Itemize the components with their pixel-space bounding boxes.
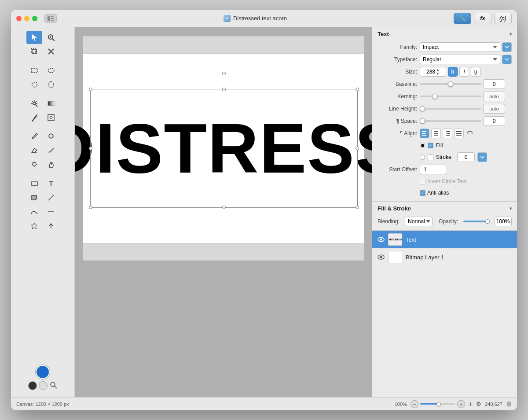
baseline-value[interactable] xyxy=(483,79,505,89)
paintbrush-tool[interactable] xyxy=(26,130,42,143)
zoom-slider-track[interactable] xyxy=(420,403,455,405)
layer-bitmap-name: Bitmap Layer 1 xyxy=(406,254,444,261)
eraser-tool[interactable] xyxy=(26,144,42,157)
fx-panel-btn[interactable]: fx xyxy=(474,13,491,24)
lh-thumb[interactable] xyxy=(420,106,425,111)
straight-line-tool[interactable] xyxy=(43,205,59,218)
zoom-tool[interactable] xyxy=(43,31,59,44)
delete-layer-btn[interactable]: 🗑 xyxy=(506,401,512,407)
lasso-tool[interactable] xyxy=(26,78,42,91)
baseline-slider[interactable] xyxy=(420,83,481,85)
typeface-select-btn[interactable] xyxy=(502,55,512,64)
typeface-select[interactable]: Regular xyxy=(420,55,500,64)
align-right-btn[interactable] xyxy=(443,129,452,138)
opacity-thumb[interactable] xyxy=(485,219,490,224)
rect-shape-tool[interactable] xyxy=(26,177,42,190)
fill-tool[interactable] xyxy=(26,191,42,204)
handle-rotate[interactable] xyxy=(222,72,226,75)
layer-settings-btn[interactable]: ⚙ xyxy=(476,401,481,407)
space-thumb[interactable] xyxy=(420,118,425,124)
handle-tr[interactable] xyxy=(356,88,359,91)
size-up[interactable]: ▲ xyxy=(436,68,440,72)
layer-text[interactable]: DISTRESS Text xyxy=(372,231,517,248)
blending-select[interactable]: Normal xyxy=(405,217,433,226)
burn-tool[interactable] xyxy=(43,158,59,171)
transform-tool[interactable] xyxy=(43,45,59,58)
canvas-main[interactable]: DISTRESS xyxy=(83,54,364,243)
select-tool[interactable] xyxy=(26,31,42,44)
bezier-tool[interactable] xyxy=(26,205,42,218)
stroke-type-btn[interactable] xyxy=(477,152,487,162)
baseline-thumb[interactable] xyxy=(448,81,453,87)
handle-bc[interactable] xyxy=(222,206,226,209)
maximize-button[interactable] xyxy=(32,16,37,21)
start-offset-row: Start Offset: xyxy=(372,163,517,176)
line-tool[interactable] xyxy=(43,191,59,204)
color-zoom-tool[interactable] xyxy=(49,381,57,390)
family-control: Impact xyxy=(420,42,512,52)
canvas-area[interactable]: DISTRESS xyxy=(75,27,372,397)
text-on-path-btn[interactable] xyxy=(466,129,473,138)
polygon-tool[interactable] xyxy=(43,78,59,91)
zoom-slider-thumb[interactable] xyxy=(436,402,441,406)
zoom-in-btn[interactable]: + xyxy=(457,400,465,408)
fill-stroke-header[interactable]: Fill & Stroke ▾ xyxy=(372,202,517,215)
family-select-btn[interactable] xyxy=(502,42,512,52)
italic-btn[interactable]: i xyxy=(459,67,469,77)
rect-select-tool[interactable] xyxy=(26,64,42,77)
opacity-slider[interactable] xyxy=(463,221,490,222)
fill-radio[interactable] xyxy=(420,143,425,148)
minimize-button[interactable] xyxy=(24,16,29,21)
kerning-thumb[interactable] xyxy=(432,94,437,99)
stroke-checkbox[interactable] xyxy=(428,155,433,160)
align-justify-btn[interactable] xyxy=(454,129,464,138)
sidebar-toggle[interactable] xyxy=(44,14,57,23)
text-tool[interactable]: T xyxy=(43,177,59,190)
black-swatch[interactable] xyxy=(28,381,37,390)
start-offset-label: Start Offset: xyxy=(378,166,417,173)
zoom-out-btn[interactable]: − xyxy=(411,400,418,408)
align-left-btn[interactable] xyxy=(420,129,429,138)
clone-tool[interactable] xyxy=(43,130,59,143)
handle-tc[interactable] xyxy=(222,88,226,91)
stroke-value[interactable] xyxy=(457,152,475,162)
layer-bitmap-eye[interactable] xyxy=(378,254,385,261)
layer-text-eye[interactable] xyxy=(378,236,385,243)
magic-wand-tool[interactable] xyxy=(26,97,42,110)
family-select[interactable]: Impact xyxy=(420,42,500,52)
space-value[interactable] xyxy=(483,116,505,126)
line-height-slider[interactable] xyxy=(420,108,481,110)
size-down[interactable]: ▼ xyxy=(436,72,440,76)
align-center-btn[interactable] xyxy=(431,129,441,138)
smudge-tool[interactable] xyxy=(43,144,59,157)
underline-btn[interactable]: u xyxy=(471,67,480,77)
invert-circle-checkbox[interactable] xyxy=(420,179,425,184)
add-layer-btn[interactable]: + xyxy=(469,400,473,408)
handle-tl[interactable] xyxy=(89,88,92,91)
antialias-checkbox[interactable]: ✓ xyxy=(420,190,425,196)
star-tool[interactable] xyxy=(26,219,42,232)
start-offset-input[interactable] xyxy=(420,165,446,174)
p-panel-btn[interactable]: (p) xyxy=(494,13,512,24)
crop-tool[interactable] xyxy=(26,45,42,58)
space-slider[interactable] xyxy=(420,120,481,122)
vector-tool[interactable] xyxy=(43,111,59,124)
tools-panel-btn[interactable]: 🔧 xyxy=(454,13,471,24)
stroke-radio[interactable] xyxy=(420,155,425,160)
white-swatch[interactable] xyxy=(39,381,48,390)
handle-br[interactable] xyxy=(356,206,359,209)
size-stepper[interactable]: 288 ▲ ▼ xyxy=(420,67,446,77)
arrow-tool[interactable] xyxy=(43,219,59,232)
pen-tool[interactable] xyxy=(26,111,42,124)
foreground-color[interactable] xyxy=(36,365,50,379)
fill-checkbox[interactable]: ✓ xyxy=(428,143,433,148)
dodge-tool[interactable] xyxy=(26,158,42,171)
handle-bl[interactable] xyxy=(89,206,92,209)
close-button[interactable] xyxy=(16,16,22,21)
layer-bitmap[interactable]: Bitmap Layer 1 xyxy=(372,248,517,266)
bold-btn[interactable]: b xyxy=(448,67,458,77)
kerning-slider[interactable] xyxy=(420,96,481,97)
ellipse-select-tool[interactable] xyxy=(43,64,59,77)
gradient-tool[interactable] xyxy=(43,97,59,110)
text-section-header[interactable]: Text ▾ xyxy=(372,27,517,41)
